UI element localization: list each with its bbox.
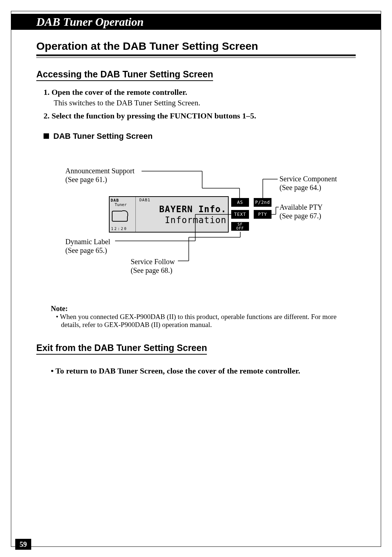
chapter-header: DAB Tuner Operation xyxy=(11,14,381,30)
button-sf-off: SFOFF xyxy=(231,222,249,231)
button-column-1: AS TEXT SFOFF xyxy=(231,196,252,233)
button-pty: PTY xyxy=(254,210,271,219)
diagram: Announcement Support (See page 61.) Dyna… xyxy=(36,166,356,286)
step-2-title: 2. Select the function by pressing the F… xyxy=(44,111,356,121)
exit-bullet: • To return to DAB Tuner Screen, close t… xyxy=(51,366,356,376)
page-title: Operation at the DAB Tuner Setting Scree… xyxy=(36,40,356,56)
callout-announcement: Announcement Support (See page 61.) xyxy=(65,166,135,184)
device-line1: BAYERN Info. xyxy=(139,204,226,214)
callout-service-component: Service Component (See page 64.) xyxy=(279,174,337,192)
button-p2nd: P/2nd xyxy=(254,198,271,207)
section-heading-exit: Exit from the DAB Tuner Setting Screen xyxy=(36,343,207,355)
button-text: TEXT xyxy=(231,210,249,219)
step-1-body: This switches to the DAB Tuner Setting S… xyxy=(54,98,356,108)
note-title: Note: xyxy=(51,304,348,313)
callout-available-pty: Available PTY (See page 67.) xyxy=(279,203,323,220)
square-bullet-icon xyxy=(44,133,49,139)
device-dab1-label: DAB1 xyxy=(139,198,151,202)
device-tuner-label: Tuner xyxy=(115,202,127,207)
note-block: Note: • When you connected GEX-P900DAB (… xyxy=(51,304,348,329)
device-screen: DAB Tuner 12:20 DAB1 BAYERN Info. Inform… xyxy=(109,196,229,233)
device-clock: 12:20 xyxy=(111,227,127,231)
section-heading-accessing: Accessing the DAB Tuner Setting Screen xyxy=(36,69,213,81)
note-body: • When you connected GEX-P900DAB (II) to… xyxy=(51,313,348,329)
sub-heading: DAB Tuner Setting Screen xyxy=(44,132,356,141)
callout-dynamic-label: Dynamic Label (See page 65.) xyxy=(65,237,110,255)
page-number: 59 xyxy=(15,539,31,550)
callout-service-follow: Service Follow (See page 68.) xyxy=(131,257,175,275)
dab-logo-icon xyxy=(112,211,128,222)
step-1-title: 1. Open the cover of the remote controll… xyxy=(44,88,356,97)
device-line2: Information xyxy=(139,215,226,225)
sub-heading-text: DAB Tuner Setting Screen xyxy=(53,132,152,141)
button-column-2: P/2nd PTY xyxy=(254,196,274,233)
button-as: AS xyxy=(231,198,249,207)
